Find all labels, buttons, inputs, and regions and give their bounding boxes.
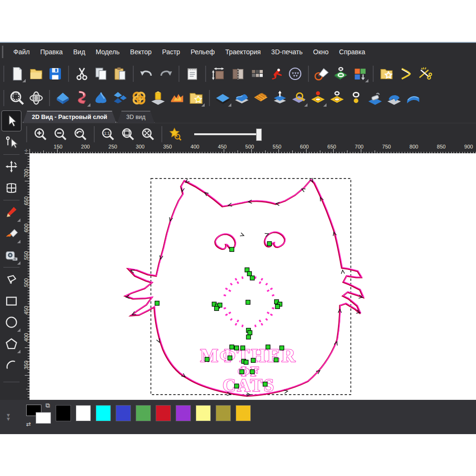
rectangle-tool[interactable]	[2, 291, 21, 311]
vector-node[interactable]	[235, 384, 239, 388]
vector-node[interactable]	[250, 370, 255, 374]
new-file-button[interactable]	[8, 64, 27, 83]
save-file-button[interactable]	[46, 64, 65, 83]
color-grid-button[interactable]	[248, 64, 267, 83]
node-edit-tool[interactable]	[2, 132, 21, 152]
palette-swatch-a99b38[interactable]	[216, 405, 231, 421]
ribbon-sculpt-button[interactable]	[72, 89, 91, 108]
copy-button[interactable]	[91, 64, 110, 83]
eraser-tool[interactable]	[2, 224, 21, 244]
clock-tick[interactable]	[266, 318, 268, 321]
cut-button[interactable]	[72, 64, 91, 83]
vector-node[interactable]	[268, 242, 272, 246]
zoom-slider-track[interactable]	[194, 133, 261, 135]
smooth-shape-button[interactable]	[91, 89, 110, 108]
zoom-fit-button[interactable]	[138, 125, 158, 144]
palette-swatch-fcf98d[interactable]	[196, 405, 211, 421]
tab-3d[interactable]: 3D вид	[117, 111, 154, 123]
vector-node[interactable]	[230, 345, 234, 349]
zoom-rect-button[interactable]	[118, 125, 138, 144]
vector-node[interactable]	[276, 305, 280, 309]
menu-вид[interactable]: Вид	[68, 46, 90, 58]
palette-swatch-00ffff[interactable]	[96, 405, 111, 421]
clock-tick[interactable]	[235, 278, 238, 284]
relief-clipart-folder-button[interactable]	[187, 89, 206, 108]
curved-surface-button[interactable]	[404, 89, 423, 108]
palette-swatch-9934d4[interactable]	[176, 405, 191, 421]
menu-растр[interactable]: Растр	[157, 46, 186, 58]
clock-tick[interactable]	[266, 282, 268, 285]
palette-swatch-ffffff[interactable]	[76, 405, 91, 421]
drill-hole-ball-button[interactable]	[308, 89, 327, 108]
view-orbit-button[interactable]	[286, 64, 305, 83]
zoom-in-button[interactable]	[30, 125, 50, 144]
clock-tick[interactable]	[222, 295, 226, 296]
vector-node[interactable]	[280, 346, 284, 350]
palette-swatch-000000[interactable]	[56, 405, 71, 421]
vector-node[interactable]	[244, 360, 248, 365]
weave-relief-button[interactable]	[129, 89, 149, 108]
vector-node[interactable]	[250, 276, 255, 280]
menubar-grip[interactable]	[2, 46, 3, 58]
clock-tick[interactable]	[267, 312, 273, 316]
distort-tool[interactable]	[2, 178, 21, 198]
redo-button[interactable]	[156, 64, 175, 83]
clock-tick[interactable]	[272, 295, 276, 296]
zoom-previous-button[interactable]	[70, 125, 90, 144]
vector-node[interactable]	[246, 300, 250, 305]
clock-tick[interactable]	[242, 325, 243, 328]
dot-ring-button[interactable]	[347, 89, 366, 108]
cat-clock-design[interactable]: MΦTHERΦFCATS	[30, 153, 476, 400]
reduce-colors-button[interactable]	[350, 64, 369, 83]
vector-node[interactable]	[235, 346, 239, 350]
palette-swatch-3742cd[interactable]	[116, 405, 131, 421]
vector-node[interactable]	[248, 331, 252, 335]
clock-tick[interactable]	[255, 275, 256, 279]
menu-3d-печать[interactable]: 3D-печать	[266, 46, 308, 58]
emboss-block-button[interactable]	[149, 89, 168, 108]
palette-swatch-cf1626[interactable]	[156, 405, 171, 421]
clock-tick[interactable]	[242, 275, 243, 279]
menu-рельеф[interactable]: Рельеф	[185, 46, 220, 58]
texture-magnifier-button[interactable]	[289, 89, 308, 108]
clipart-folder-button[interactable]	[377, 64, 396, 83]
vector-doctor-button[interactable]	[331, 64, 350, 83]
zoom-out-button[interactable]	[50, 125, 70, 144]
menu-файл[interactable]: Файл	[8, 46, 35, 58]
vector-node[interactable]	[263, 382, 268, 387]
wave-surface-button[interactable]	[232, 89, 251, 108]
palette-swatch-f3c11d[interactable]	[236, 405, 251, 421]
vector-node[interactable]	[241, 346, 245, 350]
clock-tick[interactable]	[259, 320, 263, 326]
menu-траектория[interactable]: Траектория	[220, 46, 266, 58]
smudge-relief-button[interactable]	[366, 89, 385, 108]
clock-tick[interactable]	[225, 288, 231, 291]
clock-tick[interactable]	[229, 282, 232, 285]
vector-node[interactable]	[215, 307, 219, 311]
clock-tick[interactable]	[255, 325, 256, 328]
paste-button[interactable]	[110, 64, 129, 83]
secondary-color-swatch[interactable]	[36, 412, 51, 424]
clock-tick[interactable]	[235, 320, 238, 326]
transform-tool[interactable]	[2, 157, 21, 177]
clock-tick[interactable]	[222, 308, 226, 309]
zoom-1-1-button[interactable]: 1:1	[98, 125, 118, 144]
vector-node[interactable]	[274, 358, 278, 362]
vector-node[interactable]	[205, 357, 209, 362]
zoom-favorites-button[interactable]	[166, 125, 186, 144]
clock-tick[interactable]	[229, 318, 232, 321]
drawing-canvas[interactable]: MΦTHERΦFCATS	[30, 153, 476, 400]
pencil-tool[interactable]	[2, 202, 21, 222]
flood-fill-button[interactable]	[312, 64, 331, 83]
arc-tool[interactable]	[2, 355, 21, 375]
menu-правка[interactable]: Правка	[35, 46, 68, 58]
menu-модель[interactable]: Модель	[90, 46, 125, 58]
menu-вектор[interactable]: Вектор	[125, 46, 157, 58]
flame-relief-button[interactable]	[168, 89, 187, 108]
tab-2d[interactable]: 2D Вид - Растровый слой	[23, 111, 116, 123]
vector-node[interactable]	[228, 356, 232, 360]
vector-node[interactable]	[247, 335, 251, 339]
clock-tick[interactable]	[225, 312, 231, 316]
clock-tick[interactable]	[267, 288, 273, 291]
menu-окно[interactable]: Окно	[308, 46, 334, 58]
